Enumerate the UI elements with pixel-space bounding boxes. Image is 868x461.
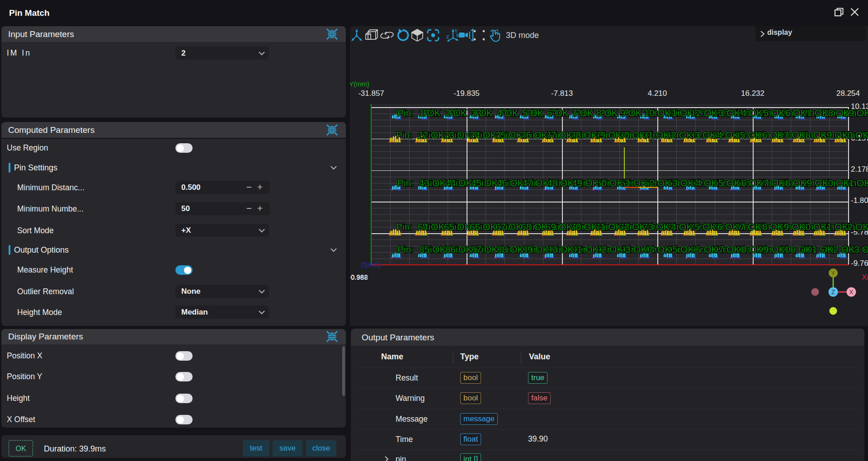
svg-text:Y: Y xyxy=(831,269,835,277)
svg-text:X: X xyxy=(849,288,854,296)
svg-text:Z: Z xyxy=(831,288,835,296)
svg-text:Z: Z xyxy=(446,34,449,39)
